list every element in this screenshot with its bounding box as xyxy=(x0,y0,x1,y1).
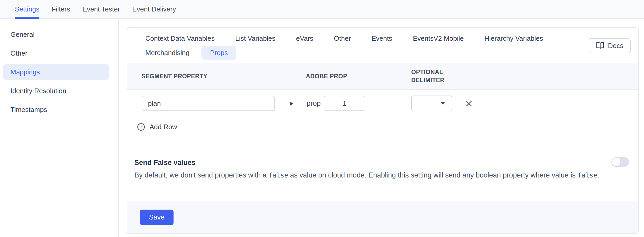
sidebar-item-general[interactable]: General xyxy=(3,26,109,43)
nav-tab-label: Settings xyxy=(15,5,39,13)
tab-eventsv2-mobile[interactable]: EventsV2 Mobile xyxy=(404,31,472,46)
sidebar-item-label: Other xyxy=(10,49,27,57)
plus-circle-icon xyxy=(137,123,145,131)
adobe-prop-number-input[interactable] xyxy=(324,96,365,111)
tab-events[interactable]: Events xyxy=(363,31,401,46)
tab-hierarchy-variables[interactable]: Hierarchy Variables xyxy=(476,31,552,46)
nav-tab-label: Event Tester xyxy=(82,5,120,13)
docs-button[interactable]: Docs xyxy=(589,38,631,53)
tab-other[interactable]: Other xyxy=(325,31,360,46)
nav-tab-filters[interactable]: Filters xyxy=(52,0,70,18)
mapping-table-header: SEGMENT PROPERTY ADOBE PROP OPTIONAL DEL… xyxy=(127,63,638,90)
tab-label: Props xyxy=(210,49,228,57)
description-text: as value on cloud mode. Enabling this se… xyxy=(288,171,577,179)
sidebar-item-other[interactable]: Other xyxy=(3,45,109,61)
tab-merchandising[interactable]: Merchandising xyxy=(137,46,198,60)
main-content: Context Data Variables List Variables eV… xyxy=(119,19,644,237)
settings-sidebar: General Other Mappings Identity Resoluti… xyxy=(0,19,119,237)
sidebar-item-label: Timestamps xyxy=(10,106,47,114)
nav-tab-label: Filters xyxy=(52,5,70,13)
docs-button-label: Docs xyxy=(608,42,623,50)
tab-list-variables[interactable]: List Variables xyxy=(226,31,284,46)
adobe-prop-prefix-label: prop xyxy=(307,96,321,111)
tab-label: Hierarchy Variables xyxy=(484,34,543,43)
tab-context-data-variables[interactable]: Context Data Variables xyxy=(137,31,223,46)
sidebar-item-timestamps[interactable]: Timestamps xyxy=(3,102,109,118)
column-header-segment-property: SEGMENT PROPERTY xyxy=(141,72,207,80)
sidebar-item-label: Mappings xyxy=(10,68,40,76)
top-nav: Settings Filters Event Tester Event Deli… xyxy=(0,0,644,19)
arrow-right-icon xyxy=(290,101,293,106)
save-button[interactable]: Save xyxy=(140,210,174,225)
tab-props[interactable]: Props xyxy=(201,46,236,60)
send-false-values-description: By default, we don't send properties wit… xyxy=(134,170,608,181)
chevron-down-icon xyxy=(441,102,445,105)
mappings-card: Context Data Variables List Variables eV… xyxy=(127,27,639,234)
tab-label: List Variables xyxy=(235,34,275,43)
tab-label: Context Data Variables xyxy=(145,34,214,43)
column-header-optional-delimiter: OPTIONAL DELIMITER xyxy=(411,68,456,84)
send-false-values-toggle[interactable] xyxy=(611,157,629,167)
mapping-table-row: prop xyxy=(127,90,638,119)
card-footer: Save xyxy=(127,201,638,233)
close-icon xyxy=(465,100,473,108)
nav-tab-event-tester[interactable]: Event Tester xyxy=(82,0,120,18)
tab-evars[interactable]: eVars xyxy=(288,31,322,46)
delimiter-dropdown[interactable] xyxy=(411,96,452,111)
tab-label: Merchandising xyxy=(145,49,189,57)
send-false-values-section: Send False values By default, we don't s… xyxy=(127,159,638,181)
variables-tabs: Context Data Variables List Variables eV… xyxy=(137,31,570,60)
add-row-label: Add Row xyxy=(150,123,177,131)
sidebar-item-mappings[interactable]: Mappings xyxy=(3,64,109,80)
tab-label: eVars xyxy=(296,34,313,43)
variables-tab-bar: Context Data Variables List Variables eV… xyxy=(127,28,638,63)
sidebar-item-identity-resolution[interactable]: Identity Resolution xyxy=(3,83,109,99)
tab-label: EventsV2 Mobile xyxy=(413,34,464,43)
description-text: By default, we don't send properties wit… xyxy=(134,171,269,179)
column-header-adobe-prop: ADOBE PROP xyxy=(306,72,347,80)
nav-tab-settings[interactable]: Settings xyxy=(15,0,39,18)
tab-label: Other xyxy=(334,34,351,43)
segment-property-input[interactable] xyxy=(142,96,275,111)
sidebar-item-label: General xyxy=(10,31,35,39)
nav-tab-label: Event Delivery xyxy=(132,5,176,13)
delete-row-button[interactable] xyxy=(465,100,473,108)
add-row-button[interactable]: Add Row xyxy=(127,119,206,135)
book-open-icon xyxy=(596,42,604,50)
sidebar-item-label: Identity Resolution xyxy=(10,87,66,95)
false-code-literal: false xyxy=(269,171,288,179)
description-text: . xyxy=(597,171,599,179)
false-code-literal: false xyxy=(577,171,597,179)
tab-label: Events xyxy=(372,34,392,43)
active-tab-underline xyxy=(15,17,39,19)
send-false-values-title: Send False values xyxy=(134,159,638,167)
toggle-knob xyxy=(612,158,621,166)
nav-tab-event-delivery[interactable]: Event Delivery xyxy=(132,0,176,18)
